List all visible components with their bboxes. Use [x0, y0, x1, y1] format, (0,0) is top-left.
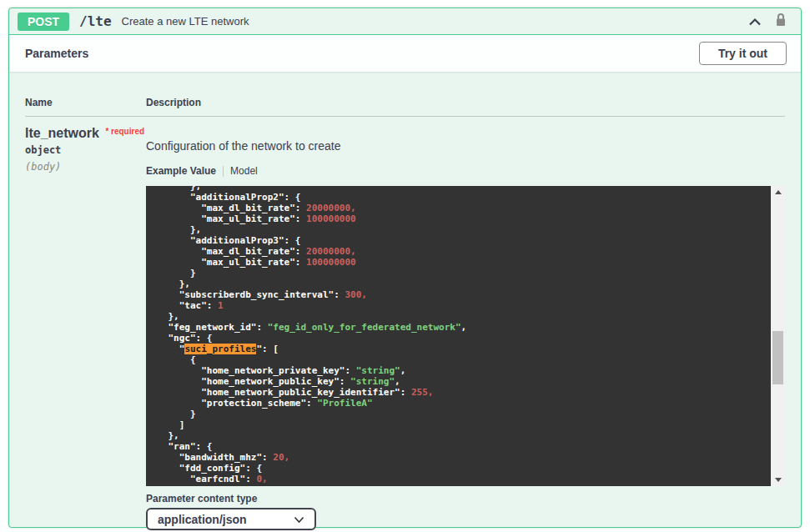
code-token: "max_dl_bit_rate":	[201, 203, 306, 213]
code-token: "additionalProp3": {	[190, 235, 300, 246]
code-line: "protection_scheme": "ProfileA"	[146, 398, 771, 409]
code-token: "earfcndl":	[190, 474, 256, 484]
tab-model[interactable]: Model	[230, 165, 258, 177]
code-token: ": [	[256, 344, 279, 354]
code-line: "max_dl_bit_rate": 20000000,	[146, 203, 771, 213]
endpoint-summary[interactable]: POST /lte Create a new LTE network	[9, 8, 801, 35]
code-token: "feg_id_only_for_federated_network"	[268, 322, 461, 333]
code-token: },	[190, 186, 201, 192]
code-token: },	[169, 311, 179, 322]
scrollbar-up-button[interactable]	[771, 186, 785, 198]
code-line: "ngc": {	[146, 333, 771, 344]
code-line: },	[146, 224, 771, 235]
code-token: "home_network_public_key":	[201, 376, 350, 387]
example-tabs: Example Value Model	[146, 165, 785, 177]
description-column-header: Description	[146, 97, 785, 108]
code-token: 0,	[256, 474, 267, 484]
code-token: 18000	[256, 484, 284, 486]
code-line: },	[146, 311, 771, 322]
code-token: "ngc": {	[169, 333, 213, 344]
code-token: "feg_network_id":	[169, 322, 268, 333]
tab-separator	[223, 166, 224, 177]
code-line: "subscriberdb_sync_interval": 300,	[146, 289, 771, 300]
code-token: "string"	[356, 365, 400, 376]
code-line: "bandwidth_mhz": 20,	[146, 452, 771, 463]
code-token: {	[190, 354, 196, 365]
code-token: 255,	[411, 387, 434, 398]
content-type-label: Parameter content type	[146, 493, 785, 504]
code-token: ,	[395, 376, 400, 387]
authorize-button[interactable]	[775, 13, 787, 30]
code-token: "additionalProp2": {	[190, 192, 300, 203]
try-it-out-button[interactable]: Try it out	[699, 42, 787, 65]
code-token: "max_dl_bit_rate":	[201, 246, 306, 257]
code-token: 300,	[345, 289, 367, 300]
code-token: 100000000	[306, 213, 356, 224]
code-scrollbar[interactable]	[771, 186, 785, 486]
search-highlight: suci_profiles	[184, 344, 256, 354]
code-line: ]	[146, 419, 771, 430]
code-token: "max_ul_bit_rate":	[201, 213, 306, 224]
code-line: "home_network_public_key": "string",	[146, 376, 771, 387]
endpoint-summary-text: Create a new LTE network	[122, 15, 249, 28]
code-line: "max_dl_bit_rate": 20000000,	[146, 246, 771, 257]
code-token: "string"	[350, 376, 395, 387]
code-line: "home_network_public_key_identifier": 25…	[146, 387, 771, 398]
code-line: "feg_network_id": "feg_id_only_for_feder…	[146, 322, 771, 333]
code-token: ]	[179, 419, 185, 430]
content-type-select[interactable]: application/json	[146, 508, 316, 530]
lock-icon	[775, 13, 787, 30]
chevron-up-icon	[748, 14, 762, 29]
code-token: "earfcnul":	[190, 484, 256, 486]
code-token: },	[190, 224, 201, 235]
code-line: },	[146, 430, 771, 441]
code-token: "ran": {	[169, 441, 213, 452]
code-token: }	[190, 409, 196, 419]
required-badge: * required	[105, 127, 144, 136]
code-token: ,	[400, 365, 406, 376]
code-token: "home_network_private_key":	[201, 365, 355, 376]
table-row: lte_network * required object (body) Con…	[25, 117, 785, 530]
code-line: },	[146, 279, 771, 289]
param-description: Configuration of the network to create	[146, 139, 785, 153]
code-line: },	[146, 186, 771, 192]
code-line: "additionalProp3": {	[146, 235, 771, 246]
code-line: "max_ul_bit_rate": 100000000	[146, 213, 771, 224]
code-line: "fdd_config": {	[146, 463, 771, 474]
collapse-button[interactable]	[748, 14, 762, 29]
code-token: "tac":	[179, 300, 218, 311]
code-token: 20,	[273, 452, 289, 463]
code-line: "tac": 1	[146, 300, 771, 311]
param-name: lte_network	[25, 126, 99, 140]
param-location: (body)	[25, 161, 146, 173]
parameters-title: Parameters	[25, 47, 88, 60]
code-line: "earfcndl": 0,	[146, 474, 771, 484]
content-type-value: application/json	[158, 513, 294, 526]
code-token: "home_network_public_key_identifier":	[201, 387, 411, 398]
code-token: 1	[218, 300, 224, 311]
code-token: 20000000,	[306, 246, 356, 257]
json-example[interactable]: }, "additionalProp2": { "max_dl_bit_rate…	[146, 186, 771, 486]
chevron-down-icon	[294, 512, 304, 527]
code-token: 100000000	[306, 257, 356, 268]
method-badge: POST	[18, 13, 69, 31]
code-line: }	[146, 268, 771, 279]
example-code-block: }, "additionalProp2": { "max_dl_bit_rate…	[146, 186, 785, 486]
code-line: "ran": {	[146, 441, 771, 452]
code-line: "earfcnul": 18000	[146, 484, 771, 486]
code-token: "protection_scheme":	[201, 398, 317, 409]
scroll-up-icon	[775, 190, 782, 194]
code-token: "fdd_config": {	[179, 463, 262, 474]
code-line: "home_network_private_key": "string",	[146, 365, 771, 376]
endpoint-path[interactable]: /lte	[79, 13, 112, 29]
code-token: "max_ul_bit_rate":	[201, 257, 306, 268]
code-token: }	[190, 268, 196, 279]
code-token: "subscriberdb_sync_interval":	[179, 289, 345, 300]
scrollbar-thumb[interactable]	[772, 331, 783, 384]
code-token: ,	[461, 322, 467, 333]
scrollbar-down-button[interactable]	[771, 474, 785, 486]
parameters-body: Name Description lte_network * required …	[9, 72, 801, 532]
tab-example-value[interactable]: Example Value	[146, 165, 216, 177]
code-token: "bandwidth_mhz":	[179, 452, 274, 463]
param-type: object	[25, 144, 146, 156]
